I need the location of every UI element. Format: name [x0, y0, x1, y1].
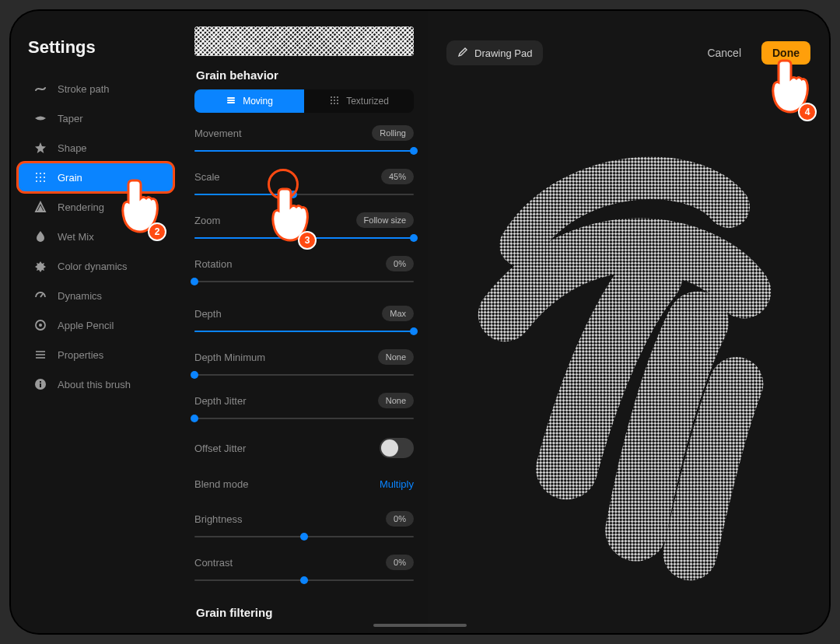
dynamics-icon [34, 289, 47, 302]
slider-label: Brightness [194, 513, 242, 525]
moving-icon [226, 95, 236, 108]
scale-row: Scale 45% [194, 167, 414, 186]
grain-icon [34, 171, 47, 184]
depth-min-row: Depth Minimum None [194, 348, 414, 366]
sidebar-item-label: Apple Pencil [58, 320, 114, 331]
rendering-icon [34, 201, 47, 213]
grain-behavior-tabs: Moving Texturized [194, 89, 414, 113]
rotation-value: 0% [386, 256, 414, 271]
sidebar-item-wet-mix[interactable]: Wet Mix [19, 222, 173, 250]
scale-value: 45% [381, 169, 414, 184]
svg-point-26 [331, 103, 332, 104]
properties-icon [34, 348, 47, 361]
sidebar-item-apple-pencil[interactable]: Apple Pencil [19, 311, 173, 339]
svg-point-6 [36, 180, 37, 182]
svg-point-8 [44, 180, 45, 182]
depth-value: Max [382, 306, 414, 321]
slider-label: Zoom [194, 215, 220, 226]
slider-label: Depth [194, 308, 222, 320]
slider-label: Movement [194, 128, 242, 139]
slider-label: Rotation [194, 258, 232, 270]
brush-preview-panel: Drawing Pad Cancel Done [428, 11, 829, 633]
contrast-row: Contrast 0% [194, 553, 414, 572]
svg-point-24 [334, 100, 335, 101]
tab-texturized[interactable]: Texturized [304, 89, 414, 113]
home-indicator [373, 624, 467, 627]
sidebar-item-stroke-path[interactable]: Stroke path [19, 75, 173, 103]
grain-texture-preview[interactable] [194, 26, 414, 56]
tab-moving[interactable]: Moving [194, 89, 304, 113]
depth-min-value: None [378, 349, 414, 365]
sidebar-item-color-dynamics[interactable]: Color dynamics [19, 252, 173, 280]
edit-icon [457, 47, 468, 60]
slider-label: Scale [194, 171, 220, 183]
slider-label: Depth Jitter [194, 395, 246, 407]
svg-point-5 [44, 177, 45, 178]
sidebar-item-label: Stroke path [58, 83, 110, 95]
svg-point-2 [44, 173, 45, 174]
texturized-icon [329, 95, 340, 108]
device-frame: Settings Stroke path Taper Shape Grain [11, 11, 829, 633]
depth-jitter-slider[interactable] [194, 413, 414, 424]
depth-jitter-row: Depth Jitter None [194, 391, 414, 410]
contrast-slider[interactable] [194, 575, 414, 586]
color-dynamics-icon [34, 260, 47, 272]
svg-point-3 [36, 177, 37, 178]
cancel-button[interactable]: Cancel [707, 47, 741, 59]
sidebar-item-properties[interactable]: Properties [19, 341, 173, 369]
sidebar-item-label: Rendering [58, 201, 104, 213]
zoom-slider[interactable] [194, 233, 414, 243]
svg-point-22 [337, 96, 338, 98]
svg-point-10 [39, 324, 42, 327]
sidebar-item-dynamics[interactable]: Dynamics [19, 282, 173, 310]
rotation-slider[interactable] [194, 276, 414, 287]
movement-slider[interactable] [194, 145, 414, 156]
brightness-row: Brightness 0% [194, 509, 414, 528]
apple-pencil-icon [34, 319, 47, 331]
depth-row: Depth Max [194, 304, 414, 323]
sidebar-item-label: Properties [58, 349, 103, 361]
toggle-label: Offset Jitter [194, 443, 246, 454]
svg-point-21 [334, 96, 335, 98]
sidebar-item-label: Taper [58, 113, 83, 124]
brush-stroke-preview[interactable] [459, 96, 798, 610]
grain-filtering-title: Grain filtering [196, 606, 414, 619]
svg-point-28 [337, 103, 338, 104]
offset-jitter-toggle[interactable] [380, 438, 414, 458]
sidebar-item-label: Wet Mix [58, 231, 94, 243]
done-button[interactable]: Done [761, 41, 810, 65]
svg-point-23 [331, 100, 332, 101]
depth-slider[interactable] [194, 326, 414, 337]
settings-title: Settings [11, 37, 180, 58]
depth-jitter-value: None [378, 393, 414, 408]
rotation-row: Rotation 0% [194, 254, 414, 273]
sidebar-item-shape[interactable]: Shape [19, 134, 173, 162]
svg-point-0 [36, 173, 37, 174]
brightness-slider[interactable] [194, 531, 414, 542]
shape-icon [34, 142, 47, 154]
slider-label: Contrast [194, 557, 233, 569]
blend-mode-row[interactable]: Blend mode Multiply [194, 472, 414, 495]
sidebar-item-label: Shape [58, 142, 87, 154]
zoom-value: Follow size [356, 212, 414, 228]
tab-label: Moving [243, 96, 273, 107]
svg-point-20 [331, 96, 332, 98]
sidebar-item-about[interactable]: About this brush [19, 370, 173, 398]
svg-point-25 [337, 100, 338, 101]
filtering-option-none[interactable]: No filtering [194, 627, 414, 633]
depth-min-slider[interactable] [194, 369, 414, 380]
stroke-path-icon [34, 82, 47, 95]
sidebar-item-taper[interactable]: Taper [19, 104, 173, 132]
sidebar-item-rendering[interactable]: Rendering [19, 193, 173, 221]
slider-label: Depth Minimum [194, 352, 265, 363]
svg-point-7 [40, 180, 41, 182]
drawing-pad-button[interactable]: Drawing Pad [446, 40, 543, 65]
svg-rect-18 [227, 100, 235, 101]
scale-slider[interactable] [194, 189, 414, 200]
about-icon [34, 378, 47, 390]
contrast-value: 0% [386, 555, 414, 570]
settings-sidebar: Settings Stroke path Taper Shape Grain [11, 11, 180, 633]
sidebar-item-label: Color dynamics [58, 261, 128, 272]
svg-point-4 [40, 177, 41, 178]
sidebar-item-grain[interactable]: Grain [19, 163, 173, 191]
